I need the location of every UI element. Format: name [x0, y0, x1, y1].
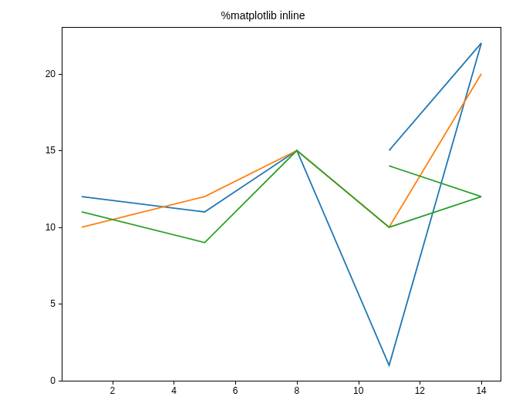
y-tick-mark: [59, 74, 62, 75]
x-tick-label: 2: [110, 385, 115, 396]
x-tick-label: 12: [415, 385, 425, 396]
x-tick-mark: [481, 381, 482, 385]
x-tick-mark: [420, 381, 420, 385]
x-tick-mark: [174, 381, 174, 385]
y-tick-mark: [59, 150, 62, 151]
x-tick-label: 8: [295, 385, 300, 396]
chart-title: %matplotlib inline: [221, 9, 305, 22]
x-tick-label: 6: [233, 385, 238, 396]
line-series3: [82, 150, 481, 242]
x-tick-mark: [297, 381, 298, 385]
y-tick-label: 0: [32, 375, 56, 386]
y-tick-label: 10: [32, 222, 56, 233]
x-tick-mark: [235, 381, 236, 385]
y-tick-label: 5: [32, 298, 56, 309]
chart-container: %matplotlib inline 051015202468101214: [0, 0, 526, 420]
line-series1: [82, 43, 481, 365]
x-tick-label: 10: [353, 385, 363, 396]
line-series3b: [389, 166, 482, 197]
y-tick-label: 15: [32, 145, 56, 156]
y-tick-mark: [59, 381, 62, 381]
x-tick-label: 14: [476, 385, 486, 396]
x-tick-label: 4: [171, 385, 177, 396]
chart-lines: [62, 27, 501, 381]
x-tick-mark: [359, 381, 359, 385]
y-tick-mark: [59, 304, 62, 304]
y-tick-mark: [59, 227, 62, 228]
y-tick-label: 20: [32, 69, 56, 79]
x-tick-mark: [113, 381, 113, 385]
